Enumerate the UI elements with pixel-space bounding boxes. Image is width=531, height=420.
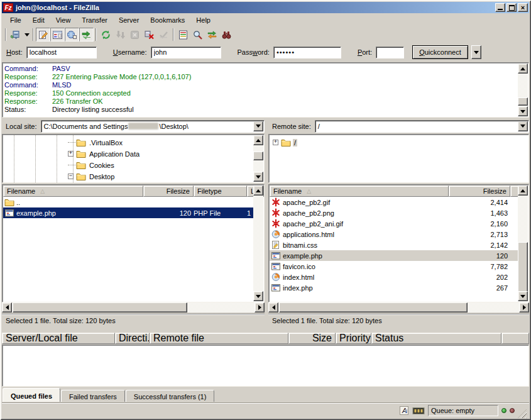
scroll-down-button[interactable] (518, 291, 528, 301)
column-header-filesize[interactable]: Filesize (449, 185, 510, 197)
file-row[interactable]: applications.html2,713 (270, 229, 528, 240)
toggle-message-log-button[interactable] (36, 28, 50, 41)
column-header-filename[interactable]: Filename△ (270, 185, 449, 197)
scroll-left-button[interactable] (268, 302, 278, 312)
local-list-scrollbar[interactable] (253, 185, 263, 301)
tab-successful-transfers-[interactable]: Successful transfers (1) (126, 390, 215, 402)
file-row[interactable]: apache_pb2_ani.gif2,160 (270, 218, 528, 229)
quickconnect-button[interactable]: Quickconnect (412, 45, 468, 59)
remote-horizontal-scrollbar[interactable] (268, 302, 529, 312)
scrollbar-thumb[interactable] (518, 242, 528, 292)
remote-site-dropdown-button[interactable] (518, 121, 528, 131)
scrollbar-thumb[interactable] (253, 152, 263, 160)
port-input[interactable] (376, 47, 404, 58)
scroll-up-button[interactable] (253, 185, 263, 196)
file-row[interactable]: bitnami.css2,142 (270, 240, 528, 250)
scrollbar-thumb[interactable] (13, 302, 187, 312)
scroll-right-button[interactable] (255, 302, 265, 312)
tree-expander-plus[interactable]: + (68, 151, 74, 157)
tree-guide-line (35, 135, 36, 182)
toggle-remote-tree-button[interactable] (65, 28, 79, 41)
minimize-button[interactable] (495, 3, 505, 12)
local-site-combobox[interactable]: C:\Documents and Settings\Desktop\ (41, 120, 265, 133)
tree-item[interactable]: .VirtualBox (68, 137, 124, 148)
queue-column-serverlocalfile[interactable]: Server/Local file (2, 333, 115, 344)
tree-item[interactable]: +/ (273, 137, 297, 148)
toggle-transfer-queue-button[interactable] (79, 28, 94, 41)
menu-view[interactable]: View (50, 14, 77, 26)
queue-column-directi[interactable]: Directi... (115, 333, 150, 344)
directory-comparison-button[interactable] (190, 28, 205, 41)
tab-queued-files[interactable]: Queued files (3, 388, 60, 402)
file-row[interactable]: example.php120PHP File1 (3, 207, 263, 218)
column-header-filesize[interactable]: Filesize (143, 185, 194, 197)
remote-site-combobox[interactable]: / (315, 120, 529, 133)
site-manager-dropdown-button[interactable] (23, 28, 31, 41)
menu-file[interactable]: File (4, 14, 27, 26)
file-row[interactable]: example.php120 (270, 250, 528, 261)
host-label: Host: (6, 48, 23, 56)
close-button[interactable]: × (518, 3, 528, 12)
folder-icon (281, 138, 291, 147)
menu-server[interactable]: Server (113, 14, 145, 26)
username-input[interactable] (151, 47, 221, 58)
menu-transfer[interactable]: Transfer (76, 14, 113, 26)
tree-expander-plus[interactable]: + (273, 140, 278, 145)
file-row[interactable]: index.php267 (270, 282, 528, 293)
refresh-file-lists-button[interactable] (99, 28, 113, 41)
maximize-button[interactable] (506, 3, 517, 12)
tree-item[interactable]: +Application Data (68, 148, 141, 159)
menu-bookmarks[interactable]: Bookmarks (145, 14, 190, 26)
queue-column-size[interactable]: Size (288, 333, 336, 344)
find-files-button[interactable] (219, 28, 234, 41)
speed-limit-icon (412, 407, 425, 415)
file-row[interactable]: apache_pb2.png1,463 (270, 207, 528, 218)
tree-expander-minus[interactable]: − (68, 174, 74, 179)
cancel-operation-icon (129, 30, 140, 40)
log-line-type: Command: (4, 81, 52, 89)
column-header-filetype[interactable]: Filetype (194, 185, 247, 197)
local-horizontal-scrollbar[interactable] (2, 302, 265, 312)
transfer-queue-body[interactable] (2, 345, 529, 387)
tree-item[interactable]: Cookies (68, 160, 116, 170)
scroll-down-button[interactable] (253, 172, 263, 182)
file-row[interactable]: index.html202 (270, 272, 528, 282)
local-tree-scrollbar[interactable] (253, 135, 263, 182)
scroll-down-button[interactable] (518, 106, 528, 116)
file-row[interactable]: .. (3, 197, 263, 207)
host-input[interactable] (26, 47, 97, 58)
toggle-local-tree-button[interactable] (50, 28, 65, 41)
tree-item[interactable]: −Desktop (68, 171, 116, 182)
file-row[interactable]: apache_pb2.gif2,414 (270, 197, 528, 207)
scroll-right-button[interactable] (519, 302, 529, 312)
column-header-filename[interactable]: Filename△ (3, 185, 143, 197)
scroll-up-button[interactable] (518, 185, 528, 196)
scrollbar-thumb[interactable] (518, 97, 528, 106)
scrollbar-thumb[interactable] (279, 302, 468, 312)
scroll-left-button[interactable] (2, 302, 12, 312)
scroll-up-button[interactable] (253, 135, 263, 145)
menu-help[interactable]: Help (190, 14, 216, 26)
log-line: Status:Directory listing successful (4, 106, 517, 114)
remote-list-scrollbar[interactable] (518, 185, 528, 301)
scroll-up-button[interactable] (518, 64, 528, 74)
disconnect-server-button[interactable] (142, 28, 156, 41)
sort-ascending-icon: △ (40, 189, 45, 194)
synchronized-browsing-button[interactable] (205, 28, 219, 41)
file-size: 7,782 (449, 263, 510, 270)
tab-failed-transfers[interactable]: Failed transfers (61, 390, 125, 402)
queue-column-status[interactable]: Status (371, 333, 501, 344)
message-log-scrollbar[interactable] (518, 64, 528, 116)
queue-column-priority[interactable]: Priority (336, 333, 371, 344)
local-site-dropdown-button[interactable] (253, 121, 263, 131)
password-input[interactable] (273, 47, 341, 58)
resize-grip-icon[interactable] (518, 409, 527, 418)
menu-edit[interactable]: Edit (27, 14, 50, 26)
status-bar: A Queue: empty (2, 402, 529, 418)
scroll-down-button[interactable] (253, 291, 263, 301)
queue-column-remotefile[interactable]: Remote file (150, 333, 288, 344)
directory-listing-filters-button[interactable] (176, 28, 190, 41)
quickconnect-dropdown-button[interactable] (471, 45, 481, 59)
file-row[interactable]: favicon.ico7,782 (270, 261, 528, 272)
site-manager-button[interactable] (8, 28, 23, 41)
